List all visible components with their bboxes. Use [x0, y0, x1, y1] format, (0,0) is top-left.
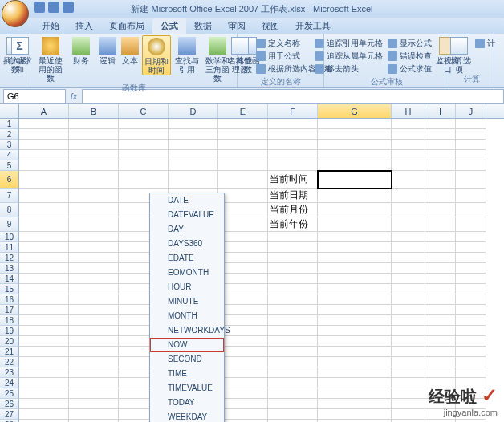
cell[interactable] [268, 367, 318, 378]
cell[interactable] [425, 203, 456, 217]
cell[interactable] [218, 232, 268, 242]
cell[interactable] [69, 378, 119, 388]
cell[interactable] [392, 388, 425, 399]
cell[interactable] [392, 294, 425, 305]
cell[interactable] [392, 217, 425, 232]
fx-button[interactable]: fx [66, 91, 82, 101]
cell[interactable] [69, 232, 119, 242]
cell[interactable] [456, 367, 486, 378]
cell[interactable] [268, 347, 318, 357]
cell[interactable] [268, 336, 318, 347]
tab-layout[interactable]: 页面布局 [101, 18, 152, 34]
menu-item-minute[interactable]: MINUTE [150, 294, 224, 309]
cell[interactable] [318, 399, 392, 409]
cell[interactable] [425, 336, 456, 347]
tab-formulas[interactable]: 公式 [152, 18, 186, 34]
menu-item-hour[interactable]: HOUR [150, 280, 224, 294]
cell[interactable] [425, 171, 456, 189]
menu-item-second[interactable]: SECOND [150, 352, 224, 367]
cell[interactable] [456, 284, 486, 294]
cell[interactable] [19, 171, 69, 189]
cell[interactable] [425, 119, 456, 129]
cell[interactable] [218, 336, 268, 347]
row-header[interactable]: 23 [0, 367, 19, 378]
cell[interactable] [456, 253, 486, 263]
cell[interactable] [318, 232, 392, 242]
cell[interactable] [456, 294, 486, 305]
cell[interactable] [218, 253, 268, 263]
cell[interactable] [392, 305, 425, 315]
cell[interactable] [218, 160, 268, 171]
cell[interactable] [218, 217, 268, 232]
cell[interactable] [119, 171, 169, 189]
cell[interactable] [456, 140, 486, 150]
row-header[interactable]: 13 [0, 263, 19, 274]
col-header[interactable]: G [318, 104, 392, 118]
cell[interactable] [268, 119, 318, 129]
row-header[interactable]: 17 [0, 305, 19, 315]
cell[interactable] [318, 294, 392, 305]
tab-dev[interactable]: 开发工具 [287, 18, 339, 34]
cell[interactable] [425, 367, 456, 378]
cell[interactable] [218, 203, 268, 217]
cell[interactable] [69, 150, 119, 160]
cell[interactable] [392, 274, 425, 284]
menu-item-day[interactable]: DAY [150, 222, 224, 237]
cell[interactable] [268, 326, 318, 336]
cell[interactable] [318, 129, 392, 140]
cell[interactable] [318, 274, 392, 284]
tab-home[interactable]: 开始 [34, 18, 67, 34]
cell[interactable] [19, 336, 69, 347]
cell[interactable] [69, 305, 119, 315]
cell[interactable] [69, 294, 119, 305]
cell[interactable] [268, 388, 318, 399]
menu-item-timevalue[interactable]: TIMEVALUE [150, 381, 224, 396]
cell[interactable] [456, 119, 486, 129]
cell[interactable] [456, 336, 486, 347]
cell[interactable] [268, 315, 318, 326]
cell[interactable] [69, 284, 119, 294]
cell[interactable]: 当前时间 [268, 171, 318, 189]
cell[interactable] [456, 242, 486, 253]
cell[interactable] [456, 217, 486, 232]
cell[interactable] [69, 203, 119, 217]
trace-prec-button[interactable]: 追踪引用单元格 [315, 37, 383, 49]
cell[interactable] [392, 336, 425, 347]
cell[interactable] [69, 336, 119, 347]
cell[interactable] [268, 284, 318, 294]
cell[interactable] [69, 253, 119, 263]
cell[interactable] [218, 242, 268, 253]
cell[interactable] [218, 140, 268, 150]
cell[interactable] [69, 242, 119, 253]
cell[interactable] [218, 274, 268, 284]
row-header[interactable]: 6 [0, 171, 19, 189]
cell[interactable] [19, 284, 69, 294]
cell[interactable] [19, 347, 69, 357]
cell[interactable] [318, 326, 392, 336]
cell[interactable] [392, 189, 425, 203]
cell[interactable] [318, 140, 392, 150]
cell[interactable] [69, 119, 119, 129]
cell[interactable] [425, 347, 456, 357]
cell[interactable] [268, 357, 318, 367]
cell[interactable] [19, 305, 69, 315]
cell[interactable] [318, 409, 392, 420]
cell[interactable] [318, 150, 392, 160]
cell[interactable] [69, 367, 119, 378]
row-header[interactable]: 7 [0, 189, 19, 203]
cell[interactable] [318, 263, 392, 274]
qat-redo-icon[interactable] [63, 2, 74, 13]
row-header[interactable]: 27 [0, 409, 19, 420]
show-formulas-button[interactable]: 显示公式 [388, 37, 432, 49]
cell[interactable] [425, 284, 456, 294]
col-header[interactable]: E [218, 104, 268, 118]
cell[interactable] [19, 263, 69, 274]
calc-options-button[interactable]: 计算选项 [446, 35, 472, 74]
menu-item-today[interactable]: TODAY [150, 396, 224, 410]
cell[interactable] [69, 140, 119, 150]
cell[interactable] [456, 263, 486, 274]
cell[interactable] [268, 253, 318, 263]
error-check-button[interactable]: 错误检查 [388, 50, 432, 62]
row-header[interactable]: 26 [0, 399, 19, 409]
cell[interactable] [218, 189, 268, 203]
